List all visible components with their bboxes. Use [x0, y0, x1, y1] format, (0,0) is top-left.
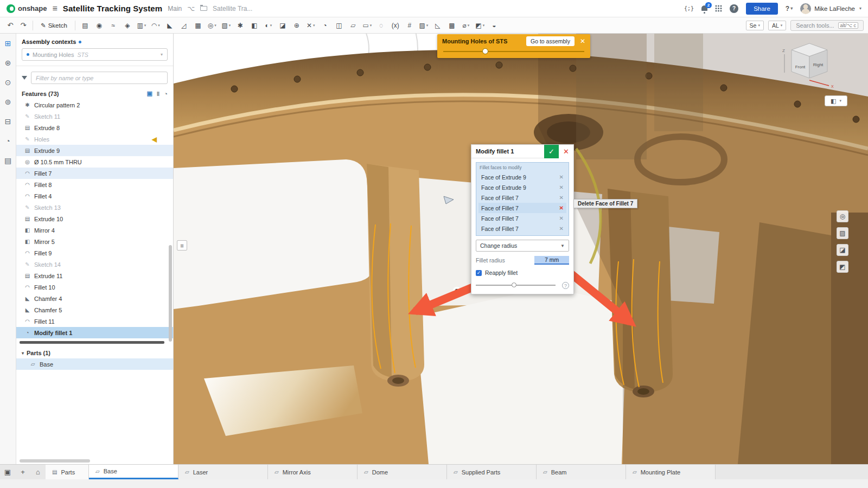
toolbar-tool-button[interactable]: ◌	[375, 20, 388, 31]
toolbar-tool-button[interactable]: ◪	[276, 20, 289, 31]
go-to-assembly-button[interactable]: Go to assembly	[526, 36, 575, 46]
support-menu[interactable]: ? ▾	[786, 5, 793, 12]
rollback-history-icon[interactable]: ◔	[164, 91, 168, 97]
fillet-face-row[interactable]: Face of Fillet 7 ✕	[478, 192, 566, 203]
toolbar-tool-button[interactable]: ◉	[93, 20, 106, 31]
help-center-icon[interactable]: ?	[730, 4, 738, 13]
branch-icon[interactable]: ⌥	[187, 5, 195, 12]
context-opacity-slider[interactable]	[442, 48, 585, 55]
selection-filter-dropdown[interactable]: Se	[746, 21, 764, 30]
toolbar-tool-button[interactable]: ≈	[107, 20, 120, 31]
feature-row[interactable]: ◠ Fillet 7	[16, 168, 173, 179]
fillet-radius-input[interactable]: 7 mm	[534, 256, 569, 265]
toolbar-tool-button[interactable]: ▦	[192, 20, 205, 31]
app-grid-icon[interactable]	[715, 5, 722, 12]
feature-row[interactable]: ▤ Extrude 11	[16, 270, 173, 281]
toolbar-tool-button[interactable]: ◔	[318, 20, 331, 31]
toolbar-tool-button[interactable]: ◧	[248, 20, 261, 31]
onshape-logo[interactable]: onshape	[7, 4, 47, 13]
viewport-feature-list-button[interactable]: ≡	[177, 240, 187, 251]
toolbar-tool-button[interactable]: ▭	[361, 20, 374, 31]
feature-row[interactable]: ✱ Circular pattern 2	[16, 99, 173, 111]
add-tab-button[interactable]: +	[15, 465, 30, 479]
fillet-face-row[interactable]: Face of Fillet 7 ✕	[478, 223, 566, 234]
create-folder-icon[interactable]: ▣	[146, 90, 152, 97]
workspace-label[interactable]: Main	[168, 5, 182, 12]
feature-row[interactable]: ◠ Fillet 10	[16, 281, 173, 293]
features-scrollbar[interactable]	[169, 245, 172, 342]
share-button[interactable]: Share	[746, 3, 778, 15]
toolbar-tool-button[interactable]: ▨	[417, 20, 430, 31]
rollback-bar[interactable]	[20, 341, 164, 344]
feature-row[interactable]: ◠ Fillet 4	[16, 190, 173, 202]
feature-row[interactable]: ◣ Chamfer 4	[16, 293, 173, 304]
radius-slider-handle[interactable]	[512, 282, 516, 287]
rib-left[interactable]	[367, 164, 424, 387]
feature-row[interactable]: ▤ Extrude 10	[16, 213, 173, 224]
fillet-face-row[interactable]: Face of Extrude 9 ✕	[478, 172, 566, 182]
toolbar-tool-button[interactable]: ▤	[79, 20, 92, 31]
toolbar-tool-button[interactable]: ✕	[304, 20, 317, 31]
toolbar-tool-button[interactable]: ◣	[163, 20, 176, 31]
reapply-fillet-checkbox[interactable]: ✓	[476, 270, 482, 276]
left-strip-icon[interactable]: ⊞	[5, 39, 11, 48]
view-cube[interactable]: Z Front Right X	[778, 38, 838, 92]
sketch-button[interactable]: ✎ Sketch	[36, 20, 72, 31]
left-strip-icon[interactable]: ▤	[4, 156, 11, 165]
document-breadcrumb[interactable]: Satellite Tra...	[213, 5, 252, 12]
remove-face-icon[interactable]: ✕	[559, 184, 564, 190]
studio-tab[interactable]: ▱ Mirror Axis	[268, 465, 358, 479]
toolbar-tool-button[interactable]: ◩	[474, 20, 487, 31]
studio-tab[interactable]: ▱ Supplied Parts	[447, 465, 537, 479]
fillet-face-row[interactable]: Face of Extrude 9 ✕	[478, 182, 566, 192]
undo-button[interactable]: ↶	[4, 20, 16, 31]
toolbar-tool-button[interactable]: ⌀	[459, 20, 473, 31]
toolbar-tool-button[interactable]: ◠	[149, 20, 162, 31]
remove-face-icon[interactable]: ✕	[559, 226, 564, 232]
toolbar-tool-button[interactable]: ⊕	[290, 20, 303, 31]
units-dropdown[interactable]: AL	[768, 21, 786, 30]
feature-row[interactable]: ◠ Fillet 8	[16, 179, 173, 190]
fillet-face-row[interactable]: Face of Fillet 7 ✕	[478, 213, 566, 223]
toolbar-tool-button[interactable]: ◎	[206, 20, 219, 31]
studio-tab[interactable]: ▱ Beam	[537, 465, 626, 479]
toolbar-tool-button[interactable]: ◒	[488, 20, 501, 31]
cancel-button[interactable]: ✕	[559, 145, 573, 158]
studio-tab[interactable]: ▤ Parts	[46, 465, 89, 479]
feature-row[interactable]: ◣ Chamfer 5	[16, 304, 173, 316]
accept-button[interactable]: ✓	[544, 145, 559, 158]
feature-row[interactable]: ◧ Mirror 4	[16, 224, 173, 236]
studio-tab[interactable]: ▱ Laser	[178, 465, 268, 479]
feature-row[interactable]: ✎ Sketch 13	[16, 202, 173, 213]
chevron-down-icon[interactable]: ▾	[22, 351, 24, 356]
feature-row[interactable]: ✎ Holes ◀	[16, 133, 173, 145]
toolbar-tool-button[interactable]: ◺	[431, 20, 444, 31]
toolbar-tool-button[interactable]: ▱	[347, 20, 360, 31]
feature-row[interactable]: ◎ Ø 10.5 mm THRU	[16, 156, 173, 168]
feature-row[interactable]: ◔ Modify fillet 1	[16, 327, 173, 338]
toolbar-tool-button[interactable]: ▥	[135, 20, 148, 31]
studio-tab[interactable]: ▱ Dome	[358, 465, 447, 479]
viewport-tool-button[interactable]: ◩	[837, 261, 848, 273]
toolbar-tool-button[interactable]: #	[403, 20, 416, 31]
left-strip-icon[interactable]: ⊛	[5, 59, 11, 67]
remove-face-icon[interactable]: ✕	[559, 215, 564, 221]
view-options-button[interactable]: ◧ ▾	[825, 95, 847, 106]
feature-row[interactable]: ▤ Extrude 8	[16, 122, 173, 133]
remove-face-icon[interactable]: ✕	[559, 205, 564, 211]
panel-horizontal-scrollbar[interactable]	[20, 459, 90, 463]
viewport-tool-button[interactable]: ▨	[837, 227, 848, 239]
remove-face-icon[interactable]: ✕	[559, 174, 564, 180]
redo-button[interactable]: ↷	[17, 20, 29, 31]
studio-tab[interactable]: ▱ Base	[89, 465, 178, 479]
home-icon[interactable]: ⌂	[30, 465, 46, 479]
toolbar-tool-button[interactable]: ▧	[220, 20, 233, 31]
fillet-face-row[interactable]: Face of Fillet 7 ✕	[478, 203, 566, 213]
toolbar-tool-button[interactable]: ◐	[262, 20, 275, 31]
feature-row[interactable]: ▤ Extrude 9	[16, 145, 173, 156]
dialog-help-icon[interactable]: ?	[562, 282, 569, 289]
change-radius-dropdown[interactable]: Change radius ▼	[476, 240, 569, 252]
user-menu[interactable]: Mike LaFleche ▾	[800, 3, 861, 14]
toolbar-tool-button[interactable]: ◫	[333, 20, 346, 31]
left-strip-icon[interactable]: ⊙	[5, 78, 11, 87]
